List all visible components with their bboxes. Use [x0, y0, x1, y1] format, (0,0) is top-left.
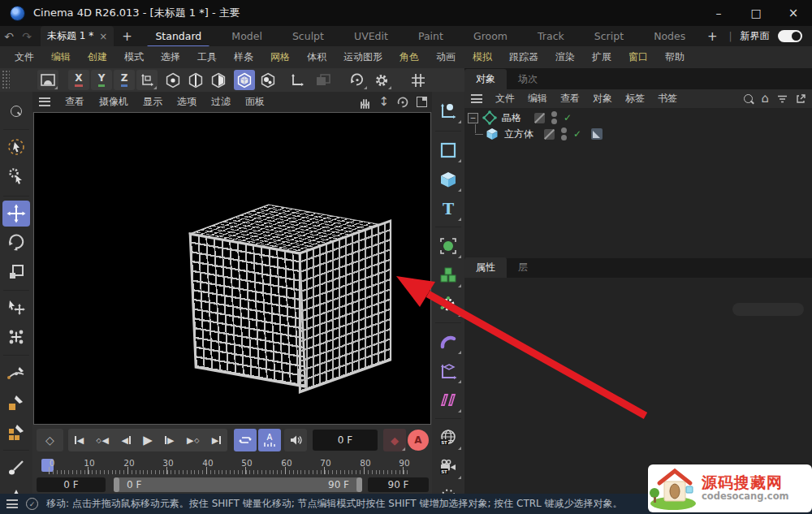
layout-tab-nodes[interactable]: Nodes: [649, 28, 690, 45]
om-menu-edit[interactable]: 编辑: [528, 92, 547, 106]
scale-tool-button[interactable]: [2, 259, 30, 285]
filter-icon[interactable]: [777, 95, 788, 103]
vp-menu-view[interactable]: 查看: [65, 95, 84, 109]
om-menu-bookmarks[interactable]: 书签: [658, 92, 677, 106]
cube-primitive-button[interactable]: [434, 166, 462, 192]
workplane-mode-button[interactable]: [313, 70, 334, 90]
vp-menu-options[interactable]: 选项: [177, 95, 197, 109]
next-key-button[interactable]: ▶◇: [187, 435, 200, 446]
null-object-button[interactable]: [434, 98, 462, 124]
om-menu-view[interactable]: 查看: [560, 92, 580, 106]
new-document-button[interactable]: +: [122, 29, 132, 44]
model-mode-button[interactable]: [234, 70, 255, 90]
grid-snap-button[interactable]: [408, 70, 429, 90]
next-frame-button[interactable]: ▶: [165, 435, 174, 446]
record-keyframe-button[interactable]: ◆: [383, 429, 406, 451]
cursor-move-tool-button[interactable]: [2, 295, 30, 321]
lock-x-axis-button[interactable]: X: [68, 70, 89, 90]
spline-pen-tool-button[interactable]: [2, 361, 30, 387]
menu-help[interactable]: 帮助: [665, 50, 685, 64]
spline-rectangle-button[interactable]: [434, 137, 462, 163]
layout-tab-sculpt[interactable]: Sculpt: [287, 28, 329, 45]
lock-y-axis-button[interactable]: Y: [91, 70, 112, 90]
loop-end-field[interactable]: 90 F: [368, 477, 429, 492]
vp-menu-panel[interactable]: 面板: [245, 95, 265, 109]
texture-mode-button[interactable]: [257, 70, 279, 90]
layout-tab-standard[interactable]: Standard: [150, 28, 206, 45]
edges-mode-button[interactable]: [185, 70, 206, 90]
coordinate-system-button[interactable]: [136, 70, 158, 90]
edit-enable-toggle[interactable]: [534, 113, 545, 123]
find-tool-button[interactable]: [2, 98, 30, 124]
om-menu-file[interactable]: 文件: [495, 92, 515, 106]
om-menu-objects[interactable]: 对象: [593, 92, 612, 106]
pan-hand-icon[interactable]: [359, 96, 371, 109]
viewport-menu-icon[interactable]: [39, 97, 50, 106]
layout-tab-track[interactable]: Track: [533, 28, 569, 45]
tab-layers[interactable]: 层: [507, 257, 539, 278]
vp-menu-filter[interactable]: 过滤: [211, 95, 231, 109]
maximize-view-icon[interactable]: [417, 97, 427, 107]
dolly-icon[interactable]: ↕: [378, 96, 389, 108]
previous-frame-button[interactable]: ◀: [121, 435, 130, 446]
menu-simulate[interactable]: 模拟: [473, 50, 492, 64]
autokey-button[interactable]: A: [408, 430, 429, 451]
toolbar-grip-handle[interactable]: [2, 70, 10, 90]
menu-create[interactable]: 创建: [88, 50, 107, 64]
search-icon[interactable]: [744, 94, 753, 103]
phong-tag-icon[interactable]: [591, 128, 603, 140]
instance-object-button[interactable]: [434, 233, 462, 259]
menu-edit[interactable]: 编辑: [51, 50, 71, 64]
object-label-lattice[interactable]: 晶格: [502, 111, 521, 125]
deformer-button[interactable]: [434, 329, 462, 355]
camera-object-button[interactable]: ST: [434, 454, 462, 480]
menu-mode[interactable]: 模式: [124, 50, 144, 64]
axis-mode-button[interactable]: [287, 70, 308, 90]
close-button[interactable]: ×: [775, 0, 812, 26]
menu-tracker[interactable]: 跟踪器: [509, 50, 538, 64]
points-mode-button[interactable]: [162, 70, 184, 90]
lattice-generator-button[interactable]: [434, 292, 462, 317]
menu-extensions[interactable]: 扩展: [592, 50, 611, 64]
live-selection-button[interactable]: [2, 134, 30, 160]
new-interface-label[interactable]: 新界面: [741, 29, 770, 43]
om-menu-icon[interactable]: [471, 94, 482, 103]
menu-volume[interactable]: 体积: [307, 50, 326, 64]
play-button[interactable]: ▶: [143, 433, 153, 447]
redo-icon[interactable]: ↷: [18, 30, 36, 43]
tab-attributes[interactable]: 属性: [464, 257, 507, 278]
minimize-button[interactable]: –: [700, 0, 737, 26]
symmetry-object-button[interactable]: [434, 387, 462, 413]
tab-objects[interactable]: 对象: [464, 69, 507, 89]
document-tab[interactable]: 未标题 1 * ×: [41, 26, 114, 46]
sound-button[interactable]: [284, 429, 307, 451]
pen-point-tool-button[interactable]: [2, 390, 30, 416]
tree-row-lattice[interactable]: − 晶格 ✓: [468, 110, 572, 126]
render-view-button[interactable]: [37, 70, 58, 90]
external-panel-icon[interactable]: [796, 94, 806, 104]
edit-enable-toggle[interactable]: [544, 129, 555, 140]
collapse-icon[interactable]: −: [468, 113, 478, 123]
menu-animate[interactable]: 动画: [436, 50, 456, 64]
snap-rotate-button[interactable]: [347, 70, 368, 90]
menu-render[interactable]: 渲染: [555, 50, 575, 64]
array-object-button[interactable]: [434, 262, 462, 288]
brush-tool-button[interactable]: [2, 455, 30, 481]
multi-move-tool-button[interactable]: [2, 324, 30, 350]
menu-mograph[interactable]: 运动图形: [343, 50, 382, 64]
visibility-dots[interactable]: [561, 127, 567, 140]
tab-scenes[interactable]: 场次: [507, 69, 549, 89]
goto-end-button[interactable]: ▶: [212, 435, 221, 446]
status-menu-icon[interactable]: [6, 499, 18, 508]
layout-tab-paint[interactable]: Paint: [413, 28, 448, 45]
add-layout-button[interactable]: +: [707, 29, 718, 44]
vp-menu-display[interactable]: 显示: [143, 95, 162, 109]
enabled-check-icon[interactable]: ✓: [564, 112, 572, 123]
menu-file[interactable]: 文件: [15, 50, 34, 64]
layout-tab-script[interactable]: Script: [590, 28, 628, 45]
object-label-cube[interactable]: 立方体: [504, 127, 533, 141]
current-frame-field[interactable]: 0 F: [313, 430, 378, 451]
layout-tab-groom[interactable]: Groom: [469, 28, 512, 45]
enabled-check-icon[interactable]: ✓: [573, 128, 581, 140]
animation-marks-button[interactable]: A: [258, 429, 281, 451]
